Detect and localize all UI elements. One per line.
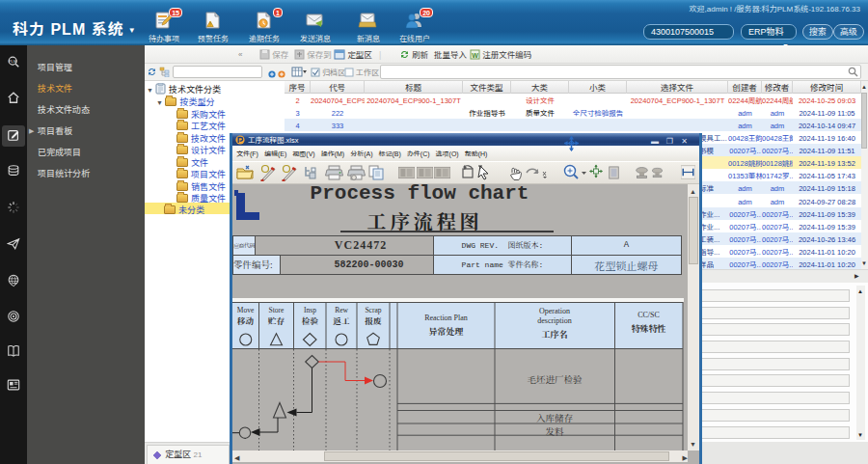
svg-text:W: W [472,50,478,60]
svg-text:PLM: PLM [9,58,17,64]
svg-text:!: ! [209,20,210,27]
